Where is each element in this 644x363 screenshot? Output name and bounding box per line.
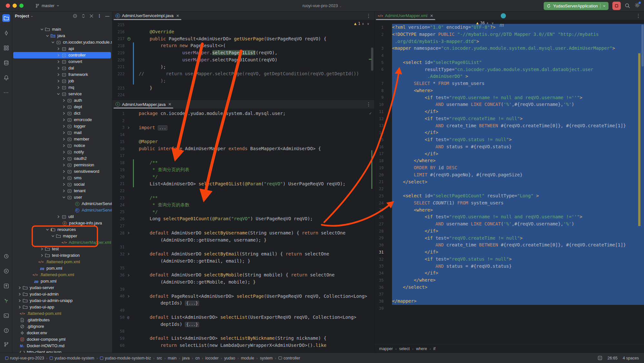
chevron-collapsed-icon[interactable] xyxy=(39,246,45,252)
tree-item-package-info-java[interactable]: Jpackage-info.java xyxy=(12,220,112,226)
line-number[interactable]: 32 xyxy=(112,252,125,256)
tree-item-api[interactable]: api xyxy=(12,46,112,52)
line-number[interactable]: 6 xyxy=(375,67,387,72)
chevron-collapsed-icon[interactable] xyxy=(61,130,66,135)
line-number[interactable]: 33 xyxy=(375,264,387,268)
tree-item-dict[interactable]: dict xyxy=(12,110,112,117)
line-number[interactable]: 27 xyxy=(112,224,125,228)
database-tool-icon[interactable] xyxy=(2,59,10,67)
tab-adminusermapper-xml[interactable]: </> AdminUserMapper.xml ✕ xyxy=(375,12,437,20)
inspection-widget[interactable]: ▲ 1 ∧ ∨ xyxy=(354,21,370,26)
line-number[interactable]: 221 xyxy=(112,65,125,69)
line-number[interactable]: 36 xyxy=(112,273,125,277)
tree-item-dal[interactable]: dal xyxy=(12,65,112,71)
line-number[interactable]: 24 xyxy=(112,203,125,207)
tree-item-util[interactable]: util xyxy=(12,213,112,220)
line-number[interactable]: 31 xyxy=(112,245,125,249)
notifications-tool-icon[interactable] xyxy=(2,74,10,81)
tree-item-http-client-env-json[interactable]: { }http-client.env.json xyxy=(12,349,112,353)
status-breadcrumb-yudao-module-system[interactable]: yudao-module-system xyxy=(50,356,94,360)
breadcrumb-if[interactable]: if xyxy=(433,347,435,351)
breadcrumb-select[interactable]: select xyxy=(399,347,410,351)
line-number[interactable]: 28 xyxy=(112,231,125,235)
line-number[interactable]: 26 xyxy=(112,217,125,221)
editor-adminusermapper-xml[interactable]: ▲ 36 ∧ ∨ m 1<?xml version="1.0" encoding… xyxy=(375,20,644,344)
tree-item-mq[interactable]: mq xyxy=(12,84,112,91)
run-configuration-button[interactable]: YudaoServerApplication xyxy=(544,2,609,10)
line-number[interactable]: 4 xyxy=(375,53,387,58)
chevron-collapsed-icon[interactable] xyxy=(61,156,66,161)
status-breadcrumb-system[interactable]: system xyxy=(260,356,273,360)
tree-item--gitattributes[interactable]: .gitattributes xyxy=(12,317,112,323)
tree-item-permission[interactable]: permission xyxy=(12,162,112,168)
endpoints-tool-icon[interactable] xyxy=(2,297,10,305)
chevron-expanded-icon[interactable] xyxy=(50,233,55,239)
tree-item-oauth2[interactable]: oauth2 xyxy=(12,155,112,162)
chevron-collapsed-icon[interactable] xyxy=(61,169,66,174)
services-tool-icon[interactable] xyxy=(2,267,10,275)
line-number[interactable]: 3 xyxy=(112,125,125,130)
line-number[interactable]: 23 xyxy=(112,196,125,200)
line-number[interactable]: 19 xyxy=(112,168,125,172)
chevron-collapsed-icon[interactable] xyxy=(56,46,61,51)
tree-item-mail[interactable]: mail xyxy=(12,130,112,136)
line-number[interactable]: 1 xyxy=(375,25,387,30)
chevron-expanded-icon[interactable] xyxy=(56,91,61,97)
status-breadcrumb-src[interactable]: src xyxy=(157,356,162,360)
breadcrumb-mapper[interactable]: mapper xyxy=(379,347,393,351)
line-number[interactable]: 21 xyxy=(112,182,125,186)
status-breadcrumb-controller[interactable]: controller xyxy=(278,356,300,360)
line-number[interactable]: 20 xyxy=(112,175,125,179)
line-number[interactable]: 10 xyxy=(375,102,387,107)
line-number[interactable]: 39 xyxy=(375,306,387,311)
tree-item-job[interactable]: job xyxy=(12,78,112,84)
line-number[interactable]: 29 xyxy=(375,236,387,240)
line-number[interactable]: 2 xyxy=(375,32,387,37)
caret-position[interactable]: 26:65 xyxy=(608,356,618,360)
chevron-collapsed-icon[interactable] xyxy=(56,53,61,58)
line-number[interactable]: 222 xyxy=(112,72,125,76)
chevron-collapsed-icon[interactable] xyxy=(61,117,66,122)
tree-item-social[interactable]: social xyxy=(12,181,112,188)
line-number[interactable]: 40 xyxy=(112,294,125,298)
tree-item-adminusermapper-xml[interactable]: </>AdminUserMapper.xml xyxy=(12,239,112,246)
line-number[interactable]: 217 xyxy=(112,36,125,41)
line-number[interactable]: 220 xyxy=(112,58,125,62)
line-number[interactable]: 219 xyxy=(112,51,125,55)
settings-button[interactable] xyxy=(634,2,640,9)
chevron-expanded-icon[interactable] xyxy=(45,33,50,38)
structure-tool-icon[interactable] xyxy=(2,44,10,52)
editor-adminusermapper-java[interactable]: ✓ 1package cn.iocoder.yudao.module.syste… xyxy=(112,109,374,353)
tree-item-cn-iocoder-yudao-module-system[interactable]: cn.iocoder.yudao.module.system xyxy=(12,39,112,46)
line-number[interactable]: 24 xyxy=(375,201,387,205)
prev-next-warning-icons[interactable]: ∧ ∨ xyxy=(487,21,494,25)
chevron-collapsed-icon[interactable] xyxy=(61,104,66,109)
line-number[interactable]: 32 xyxy=(375,257,387,262)
line-number[interactable]: 49 xyxy=(112,308,125,313)
line-number[interactable]: 58 xyxy=(112,329,125,334)
line-number[interactable]: 15 xyxy=(375,138,387,142)
line-number[interactable]: 223 xyxy=(112,86,125,90)
tree-item-notice[interactable]: notice xyxy=(12,142,112,149)
options-icon[interactable]: ⋮ xyxy=(97,13,102,18)
line-number[interactable]: 27 xyxy=(375,222,387,226)
line-number[interactable]: 31 xyxy=(375,250,387,254)
tree-item-service[interactable]: service xyxy=(12,91,112,97)
history-tool-icon[interactable] xyxy=(2,252,10,260)
minimize-window-button[interactable] xyxy=(13,4,17,8)
tree-item-adminuserservice[interactable]: IAdminUserService xyxy=(12,201,112,207)
tree-item-logger[interactable]: logger xyxy=(12,123,112,130)
collapse-all-icon[interactable] xyxy=(89,14,94,18)
close-tab-icon[interactable]: ✕ xyxy=(168,102,171,107)
editor-adminuserserviceimpl[interactable]: ▲ 1 ∧ ∨ 215216 @Override217 public PageR… xyxy=(112,20,374,100)
status-breadcrumb-module[interactable]: module xyxy=(241,356,254,360)
line-number[interactable]: 8 xyxy=(375,88,387,93)
line-number[interactable]: 5 xyxy=(375,60,387,65)
line-number[interactable]: 38 xyxy=(375,299,387,304)
chevron-collapsed-icon[interactable] xyxy=(61,162,66,168)
line-number[interactable]: 215 xyxy=(112,23,125,27)
line-number[interactable]: 36 xyxy=(375,285,387,290)
tree-item-resources[interactable]: resources xyxy=(12,226,112,233)
status-breadcrumb-ruoyi-vue-pro-2023[interactable]: ruoyi-vue-pro-2023 xyxy=(5,356,44,360)
line-number[interactable]: 3 xyxy=(375,46,387,51)
